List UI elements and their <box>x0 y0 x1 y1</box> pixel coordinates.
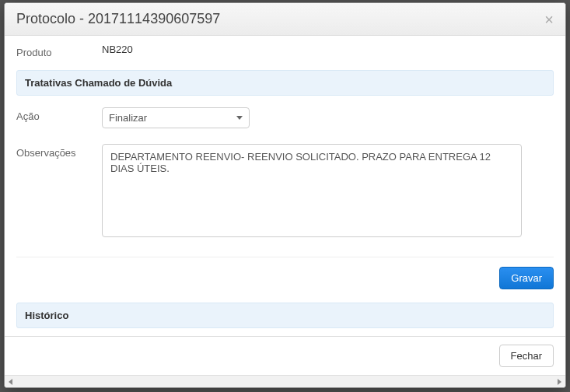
section-historico: Histórico <box>16 303 554 328</box>
field-produto: Produto NB220 <box>16 36 554 66</box>
section-tratativas: Tratativas Chamado de Dúvida <box>16 70 554 96</box>
acao-label: Ação <box>16 107 102 122</box>
modal-header: Protocolo - 20171114390607597 × <box>5 3 565 36</box>
gravar-button[interactable]: Gravar <box>499 267 554 289</box>
horizontal-scrollbar[interactable] <box>5 375 565 387</box>
obs-value-wrap <box>102 144 554 240</box>
protocol-modal: Protocolo - 20171114390607597 × Produto … <box>4 2 566 388</box>
field-acao: Ação Finalizar <box>16 100 554 136</box>
produto-value: NB220 <box>102 44 554 55</box>
produto-label: Produto <box>16 44 102 58</box>
modal-title: Protocolo - 20171114390607597 <box>16 11 220 27</box>
modal-body[interactable]: Produto NB220 Tratativas Chamado de Dúvi… <box>5 36 565 336</box>
close-icon[interactable]: × <box>544 12 554 27</box>
acao-select[interactable]: Finalizar <box>102 107 250 128</box>
acao-value-wrap: Finalizar <box>102 107 554 128</box>
gravar-row: Gravar <box>16 257 554 299</box>
acao-selected-text: Finalizar <box>109 112 147 124</box>
obs-label: Observações <box>16 144 102 159</box>
modal-footer: Fechar <box>5 336 565 375</box>
chevron-down-icon <box>236 116 243 120</box>
observacoes-textarea[interactable] <box>102 144 522 237</box>
fechar-button[interactable]: Fechar <box>499 345 554 367</box>
field-observacoes: Observações <box>16 136 554 247</box>
